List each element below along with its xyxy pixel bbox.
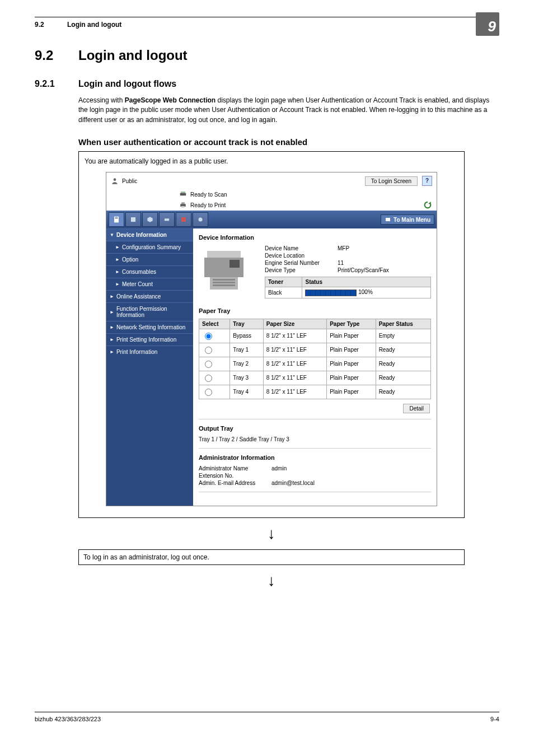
running-secnum: 9.2: [35, 21, 67, 29]
svg-rect-7: [115, 218, 118, 218]
screenshot: Public To Login Screen ? Ready to Scan R…: [106, 172, 437, 506]
printer-icon: [179, 201, 187, 209]
to-main-menu-button[interactable]: To Main Menu: [381, 214, 434, 225]
nav-job-icon[interactable]: [125, 212, 141, 227]
status-print: Ready to Print: [190, 202, 226, 208]
nav-custom-icon[interactable]: [193, 212, 208, 227]
svg-rect-19: [213, 284, 235, 286]
svg-rect-18: [213, 282, 235, 283]
tray-radio[interactable]: [205, 389, 212, 396]
user-icon: [111, 177, 119, 185]
output-tray-title: Output Tray: [199, 425, 431, 432]
logout-note: To log in as an administrator, log out o…: [78, 549, 465, 565]
tray-radio[interactable]: [205, 347, 212, 354]
svg-rect-4: [181, 203, 185, 204]
svg-rect-12: [386, 218, 390, 221]
svg-rect-10: [181, 217, 186, 222]
sidebar-item-print-info[interactable]: Print Information: [106, 346, 193, 358]
scanner-icon: [179, 190, 187, 198]
chevron-down-icon: [110, 232, 114, 237]
chevron-right-icon: [110, 325, 114, 330]
nav-box-icon[interactable]: [142, 212, 158, 227]
chevron-right-icon: [110, 294, 114, 299]
svg-rect-2: [181, 192, 185, 193]
box-intro: You are automatically logged in as a pub…: [85, 157, 458, 165]
chevron-right-icon: [110, 349, 114, 354]
admin-info-title: Administrator Information: [199, 454, 431, 461]
svg-rect-13: [207, 251, 241, 258]
chevron-right-icon: [115, 282, 120, 287]
device-info-title: Device Information: [199, 234, 431, 241]
table-row: Bypass8 1/2" x 11" LEFPlain PaperEmpty: [199, 329, 431, 343]
chevron-right-icon: [115, 269, 120, 274]
table-row: Black 100%: [265, 287, 431, 298]
refresh-icon[interactable]: [423, 200, 432, 209]
navbar: To Main Menu: [106, 211, 437, 228]
arrow-down-icon: ↓: [78, 526, 465, 542]
nav-print-icon[interactable]: [159, 212, 175, 227]
chevron-right-icon: [110, 337, 114, 342]
chevron-right-icon: [115, 257, 120, 262]
toner-table: TonerStatus Black 100%: [265, 277, 431, 298]
sidebar-item-meter-count[interactable]: Meter Count: [106, 278, 193, 290]
chapter-badge: 9: [476, 12, 499, 36]
svg-rect-6: [114, 217, 119, 223]
svg-rect-1: [180, 193, 186, 196]
sidebar-item-print-setting[interactable]: Print Setting Information: [106, 333, 193, 346]
nav-info-icon[interactable]: [109, 212, 124, 227]
tray-radio[interactable]: [205, 375, 212, 382]
sidebar-item-function-permission[interactable]: Function Permission Information: [106, 302, 193, 321]
content-pane: Device Information: [193, 228, 437, 505]
flow-box: You are automatically logged in as a pub…: [78, 151, 465, 517]
footer-model: bizhub 423/363/283/223: [35, 716, 101, 722]
to-login-button[interactable]: To Login Screen: [365, 176, 418, 186]
arrow-down-icon: ↓: [78, 573, 465, 589]
svg-rect-17: [213, 279, 235, 281]
svg-point-0: [114, 179, 116, 181]
intro-paragraph: Accessing with PageScope Web Connection …: [78, 96, 499, 125]
sidebar-item-device-info[interactable]: Device Information: [106, 228, 193, 241]
sidebar-item-consumables[interactable]: Consumables: [106, 265, 193, 278]
chevron-right-icon: [115, 245, 120, 250]
chevron-right-icon: [110, 310, 114, 315]
sidebar: Device Information Configuration Summary…: [106, 228, 193, 505]
table-row: Tray 48 1/2" x 11" LEFPlain PaperReady: [199, 385, 431, 399]
running-title: Login and logout: [67, 21, 121, 29]
table-row: Tray 28 1/2" x 11" LEFPlain PaperReady: [199, 357, 431, 371]
section-heading: 9.2 Login and logout: [35, 48, 499, 63]
device-image: [199, 245, 255, 296]
case-heading: When user authentication or account trac…: [78, 137, 499, 147]
user-mode: Public: [122, 178, 137, 184]
svg-rect-15: [229, 260, 240, 268]
detail-button[interactable]: Detail: [403, 404, 430, 413]
tray-radio[interactable]: [205, 361, 212, 368]
subsection-heading: 9.2.1 Login and logout flows: [35, 79, 499, 89]
svg-point-11: [199, 218, 203, 222]
paper-tray-title: Paper Tray: [199, 307, 431, 314]
sidebar-item-config-summary[interactable]: Configuration Summary: [106, 241, 193, 253]
sidebar-item-option[interactable]: Option: [106, 253, 193, 265]
table-row: Tray 38 1/2" x 11" LEFPlain PaperReady: [199, 371, 431, 385]
sidebar-item-network-setting[interactable]: Network Setting Information: [106, 321, 193, 333]
help-button[interactable]: ?: [422, 176, 432, 186]
toner-bar: [305, 290, 357, 296]
svg-rect-5: [181, 206, 185, 208]
status-scan: Ready to Scan: [190, 192, 227, 198]
paper-table: SelectTrayPaper SizePaper TypePaper Stat…: [199, 319, 431, 399]
table-row: Tray 18 1/2" x 11" LEFPlain PaperReady: [199, 343, 431, 357]
svg-rect-8: [131, 217, 135, 222]
sidebar-item-online-assistance[interactable]: Online Assistance: [106, 290, 193, 302]
svg-rect-9: [165, 218, 169, 221]
footer-page: 9-4: [490, 716, 499, 722]
output-tray-text: Tray 1 / Tray 2 / Saddle Tray / Tray 3: [199, 436, 431, 442]
nav-address-icon[interactable]: [176, 212, 191, 227]
tray-radio[interactable]: [205, 333, 212, 340]
